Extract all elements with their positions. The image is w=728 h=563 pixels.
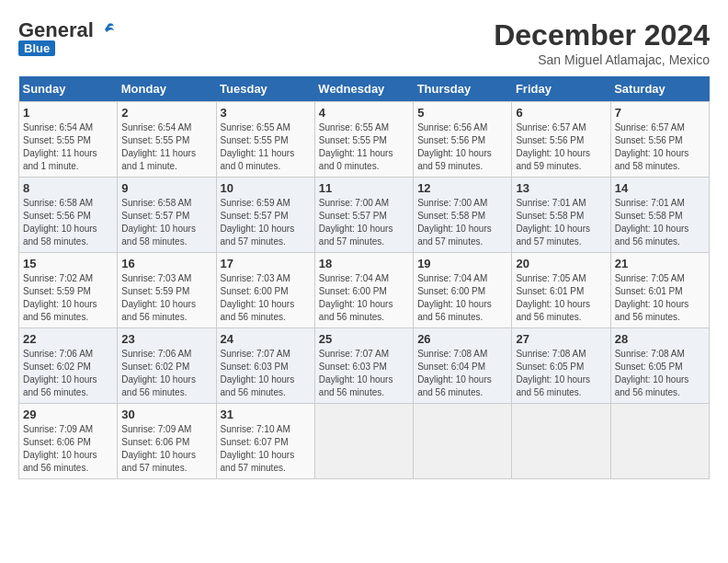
col-monday: Monday [118,76,216,102]
day-info: Sunrise: 6:55 AM Sunset: 5:55 PM Dayligh… [319,121,409,173]
day-number: 15 [23,257,113,270]
day-info: Sunrise: 7:04 AM Sunset: 6:00 PM Dayligh… [319,272,409,324]
day-info: Sunrise: 6:54 AM Sunset: 5:55 PM Dayligh… [121,121,211,173]
day-number: 21 [615,257,705,270]
calendar-cell: 3Sunrise: 6:55 AM Sunset: 5:55 PM Daylig… [216,102,314,178]
calendar-cell: 28Sunrise: 7:08 AM Sunset: 6:05 PM Dayli… [610,328,709,404]
day-number: 23 [121,332,211,346]
day-number: 7 [615,106,705,120]
calendar-cell: 30Sunrise: 7:09 AM Sunset: 6:06 PM Dayli… [118,404,216,479]
day-number: 3 [221,106,311,120]
calendar-cell [512,404,610,479]
day-number: 6 [516,106,606,120]
title-block: December 2024 San Miguel Atlamajac, Mexi… [494,18,710,67]
day-info: Sunrise: 7:09 AM Sunset: 6:06 PM Dayligh… [23,423,113,475]
day-info: Sunrise: 6:57 AM Sunset: 5:56 PM Dayligh… [615,121,705,173]
logo-blue-label: Blue [18,40,55,56]
day-number: 12 [417,181,507,195]
calendar-cell: 12Sunrise: 7:00 AM Sunset: 5:58 PM Dayli… [414,178,512,253]
day-number: 10 [221,181,311,195]
day-info: Sunrise: 6:56 AM Sunset: 5:56 PM Dayligh… [417,121,507,173]
calendar-cell: 22Sunrise: 7:06 AM Sunset: 6:02 PM Dayli… [19,328,118,404]
calendar-cell: 24Sunrise: 7:07 AM Sunset: 6:03 PM Dayli… [216,328,314,404]
col-saturday: Saturday [610,76,709,102]
calendar-cell: 2Sunrise: 6:54 AM Sunset: 5:55 PM Daylig… [118,102,216,178]
day-number: 19 [417,257,507,270]
day-number: 22 [23,332,113,346]
day-number: 31 [221,408,311,421]
col-wednesday: Wednesday [314,76,413,102]
calendar-week-2: 8Sunrise: 6:58 AM Sunset: 5:56 PM Daylig… [19,178,710,253]
page-header: General Blue December 2024 San Miguel At… [18,18,710,67]
day-info: Sunrise: 6:55 AM Sunset: 5:55 PM Dayligh… [221,121,311,173]
day-info: Sunrise: 7:03 AM Sunset: 6:00 PM Dayligh… [221,272,311,324]
calendar-cell: 26Sunrise: 7:08 AM Sunset: 6:04 PM Dayli… [414,328,512,404]
calendar-cell: 8Sunrise: 6:58 AM Sunset: 5:56 PM Daylig… [19,178,118,253]
calendar-cell: 9Sunrise: 6:58 AM Sunset: 5:57 PM Daylig… [118,178,216,253]
day-number: 11 [319,181,409,195]
col-sunday: Sunday [19,76,118,102]
calendar-table: Sunday Monday Tuesday Wednesday Thursday… [18,76,710,479]
day-info: Sunrise: 7:07 AM Sunset: 6:03 PM Dayligh… [221,348,311,399]
day-number: 14 [615,181,705,195]
day-number: 1 [23,106,113,120]
calendar-cell: 7Sunrise: 6:57 AM Sunset: 5:56 PM Daylig… [610,102,709,178]
calendar-week-4: 22Sunrise: 7:06 AM Sunset: 6:02 PM Dayli… [19,328,710,404]
day-info: Sunrise: 7:06 AM Sunset: 6:02 PM Dayligh… [23,348,113,399]
day-info: Sunrise: 6:59 AM Sunset: 5:57 PM Dayligh… [221,197,311,248]
day-info: Sunrise: 7:01 AM Sunset: 5:58 PM Dayligh… [516,197,606,248]
day-number: 2 [121,106,211,120]
calendar-cell: 27Sunrise: 7:08 AM Sunset: 6:05 PM Dayli… [512,328,610,404]
day-info: Sunrise: 7:01 AM Sunset: 5:58 PM Dayligh… [615,197,705,248]
day-info: Sunrise: 6:57 AM Sunset: 5:56 PM Dayligh… [516,121,606,173]
day-number: 18 [319,257,409,270]
col-friday: Friday [512,76,610,102]
calendar-cell [314,404,413,479]
day-info: Sunrise: 7:00 AM Sunset: 5:57 PM Dayligh… [319,197,409,248]
day-info: Sunrise: 6:54 AM Sunset: 5:55 PM Dayligh… [23,121,113,173]
day-info: Sunrise: 7:03 AM Sunset: 5:59 PM Dayligh… [121,272,211,324]
logo-bird-icon [96,20,116,40]
day-number: 16 [121,257,211,270]
calendar-cell: 23Sunrise: 7:06 AM Sunset: 6:02 PM Dayli… [118,328,216,404]
calendar-cell [610,404,709,479]
day-number: 20 [516,257,606,270]
col-tuesday: Tuesday [216,76,314,102]
page-title: December 2024 [494,18,710,52]
day-info: Sunrise: 7:08 AM Sunset: 6:04 PM Dayligh… [417,348,507,399]
logo: General Blue [18,18,116,56]
calendar-cell: 29Sunrise: 7:09 AM Sunset: 6:06 PM Dayli… [19,404,118,479]
day-info: Sunrise: 7:07 AM Sunset: 6:03 PM Dayligh… [319,348,409,399]
calendar-cell: 13Sunrise: 7:01 AM Sunset: 5:58 PM Dayli… [512,178,610,253]
day-number: 24 [221,332,311,346]
col-thursday: Thursday [414,76,512,102]
day-info: Sunrise: 7:08 AM Sunset: 6:05 PM Dayligh… [516,348,606,399]
calendar-week-5: 29Sunrise: 7:09 AM Sunset: 6:06 PM Dayli… [19,404,710,479]
day-number: 5 [417,106,507,120]
day-number: 17 [221,257,311,270]
calendar-cell: 18Sunrise: 7:04 AM Sunset: 6:00 PM Dayli… [314,253,413,328]
day-info: Sunrise: 7:05 AM Sunset: 6:01 PM Dayligh… [516,272,606,324]
calendar-cell: 6Sunrise: 6:57 AM Sunset: 5:56 PM Daylig… [512,102,610,178]
calendar-cell: 17Sunrise: 7:03 AM Sunset: 6:00 PM Dayli… [216,253,314,328]
day-number: 13 [516,181,606,195]
page-subtitle: San Miguel Atlamajac, Mexico [494,52,710,67]
day-info: Sunrise: 7:08 AM Sunset: 6:05 PM Dayligh… [615,348,705,399]
day-number: 26 [417,332,507,346]
day-number: 8 [23,181,113,195]
calendar-week-3: 15Sunrise: 7:02 AM Sunset: 5:59 PM Dayli… [19,253,710,328]
day-info: Sunrise: 7:10 AM Sunset: 6:07 PM Dayligh… [221,423,311,475]
calendar-cell: 10Sunrise: 6:59 AM Sunset: 5:57 PM Dayli… [216,178,314,253]
calendar-cell: 16Sunrise: 7:03 AM Sunset: 5:59 PM Dayli… [118,253,216,328]
day-info: Sunrise: 7:02 AM Sunset: 5:59 PM Dayligh… [23,272,113,324]
calendar-cell: 19Sunrise: 7:04 AM Sunset: 6:00 PM Dayli… [414,253,512,328]
day-number: 30 [121,408,211,421]
day-info: Sunrise: 7:06 AM Sunset: 6:02 PM Dayligh… [121,348,211,399]
calendar-cell: 14Sunrise: 7:01 AM Sunset: 5:58 PM Dayli… [610,178,709,253]
calendar-cell: 4Sunrise: 6:55 AM Sunset: 5:55 PM Daylig… [314,102,413,178]
day-number: 25 [319,332,409,346]
day-number: 28 [615,332,705,346]
calendar-cell: 11Sunrise: 7:00 AM Sunset: 5:57 PM Dayli… [314,178,413,253]
day-info: Sunrise: 7:04 AM Sunset: 6:00 PM Dayligh… [417,272,507,324]
day-info: Sunrise: 7:05 AM Sunset: 6:01 PM Dayligh… [615,272,705,324]
